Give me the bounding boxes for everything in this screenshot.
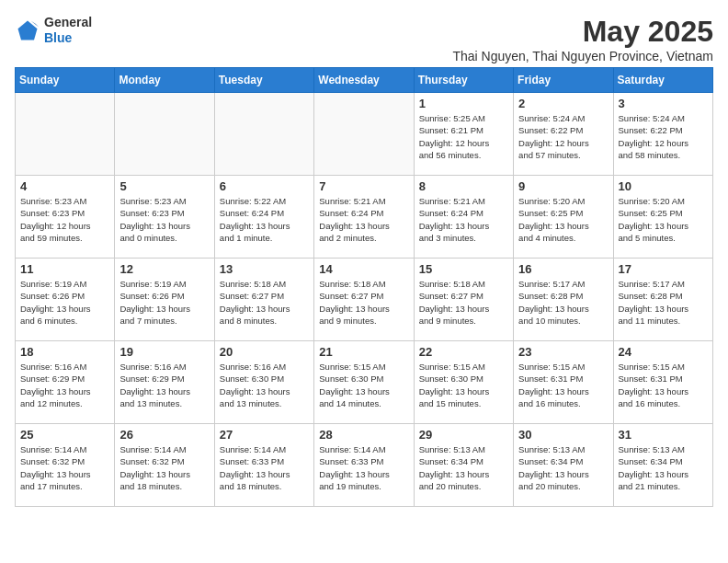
- day-info: Sunrise: 5:16 AM Sunset: 6:29 PM Dayligh…: [119, 361, 209, 409]
- calendar-table: SundayMondayTuesdayWednesdayThursdayFrid…: [15, 67, 713, 507]
- day-number: 27: [220, 428, 309, 442]
- weekday-header-thursday: Thursday: [414, 68, 513, 93]
- day-info: Sunrise: 5:24 AM Sunset: 6:22 PM Dayligh…: [518, 112, 608, 161]
- calendar-cell: 16Sunrise: 5:17 AM Sunset: 6:28 PM Dayli…: [514, 259, 613, 341]
- day-number: 31: [619, 428, 708, 442]
- calendar-cell: 8Sunrise: 5:21 AM Sunset: 6:24 PM Daylig…: [414, 176, 513, 259]
- day-info: Sunrise: 5:14 AM Sunset: 6:32 PM Dayligh…: [119, 443, 209, 492]
- day-number: 24: [619, 345, 708, 359]
- day-info: Sunrise: 5:23 AM Sunset: 6:23 PM Dayligh…: [119, 195, 209, 244]
- weekday-header-tuesday: Tuesday: [214, 68, 313, 93]
- week-row-2: 4Sunrise: 5:23 AM Sunset: 6:23 PM Daylig…: [16, 176, 713, 259]
- week-row-3: 11Sunrise: 5:19 AM Sunset: 6:26 PM Dayli…: [16, 259, 713, 341]
- day-number: 2: [518, 97, 608, 110]
- day-number: 4: [20, 179, 109, 193]
- calendar-cell: 6Sunrise: 5:22 AM Sunset: 6:24 PM Daylig…: [214, 176, 313, 259]
- day-info: Sunrise: 5:14 AM Sunset: 6:33 PM Dayligh…: [319, 443, 408, 492]
- calendar-cell: 21Sunrise: 5:15 AM Sunset: 6:30 PM Dayli…: [314, 341, 414, 424]
- day-info: Sunrise: 5:16 AM Sunset: 6:29 PM Dayligh…: [20, 361, 109, 409]
- calendar-cell: [314, 93, 414, 176]
- day-info: Sunrise: 5:15 AM Sunset: 6:30 PM Dayligh…: [419, 361, 508, 409]
- calendar-cell: 28Sunrise: 5:14 AM Sunset: 6:33 PM Dayli…: [314, 424, 414, 507]
- calendar-cell: 24Sunrise: 5:15 AM Sunset: 6:31 PM Dayli…: [613, 341, 712, 424]
- calendar-cell: 31Sunrise: 5:13 AM Sunset: 6:34 PM Dayli…: [613, 424, 712, 507]
- day-number: 18: [20, 345, 109, 359]
- day-info: Sunrise: 5:14 AM Sunset: 6:32 PM Dayligh…: [20, 443, 109, 492]
- day-info: Sunrise: 5:15 AM Sunset: 6:30 PM Dayligh…: [319, 361, 408, 409]
- day-number: 20: [220, 345, 309, 359]
- calendar-cell: 23Sunrise: 5:15 AM Sunset: 6:31 PM Dayli…: [514, 341, 613, 424]
- day-info: Sunrise: 5:21 AM Sunset: 6:24 PM Dayligh…: [319, 195, 408, 244]
- calendar-cell: [214, 93, 313, 176]
- calendar-cell: 13Sunrise: 5:18 AM Sunset: 6:27 PM Dayli…: [214, 259, 313, 341]
- day-number: 14: [319, 262, 408, 276]
- week-row-1: 1Sunrise: 5:25 AM Sunset: 6:21 PM Daylig…: [16, 93, 713, 176]
- calendar-cell: 20Sunrise: 5:16 AM Sunset: 6:30 PM Dayli…: [214, 341, 313, 424]
- calendar-cell: 10Sunrise: 5:20 AM Sunset: 6:25 PM Dayli…: [613, 176, 712, 259]
- logo-blue: Blue: [44, 30, 92, 46]
- calendar-cell: 1Sunrise: 5:25 AM Sunset: 6:21 PM Daylig…: [414, 93, 513, 176]
- day-info: Sunrise: 5:16 AM Sunset: 6:30 PM Dayligh…: [220, 361, 309, 409]
- week-row-4: 18Sunrise: 5:16 AM Sunset: 6:29 PM Dayli…: [16, 341, 713, 424]
- month-title: May 2025: [452, 15, 713, 49]
- calendar-cell: 4Sunrise: 5:23 AM Sunset: 6:23 PM Daylig…: [16, 176, 115, 259]
- week-row-5: 25Sunrise: 5:14 AM Sunset: 6:32 PM Dayli…: [16, 424, 713, 507]
- day-info: Sunrise: 5:20 AM Sunset: 6:25 PM Dayligh…: [619, 195, 708, 244]
- day-info: Sunrise: 5:17 AM Sunset: 6:28 PM Dayligh…: [518, 278, 608, 327]
- day-info: Sunrise: 5:19 AM Sunset: 6:26 PM Dayligh…: [20, 278, 109, 327]
- weekday-header-monday: Monday: [115, 68, 214, 93]
- svg-marker-0: [18, 20, 38, 40]
- calendar-cell: 30Sunrise: 5:13 AM Sunset: 6:34 PM Dayli…: [514, 424, 613, 507]
- day-number: 15: [419, 262, 508, 276]
- calendar-cell: 11Sunrise: 5:19 AM Sunset: 6:26 PM Dayli…: [16, 259, 115, 341]
- location-subtitle: Thai Nguyen, Thai Nguyen Province, Vietn…: [452, 49, 713, 63]
- calendar-cell: 7Sunrise: 5:21 AM Sunset: 6:24 PM Daylig…: [314, 176, 414, 259]
- logo: General Blue: [15, 15, 92, 46]
- day-info: Sunrise: 5:18 AM Sunset: 6:27 PM Dayligh…: [419, 278, 508, 327]
- weekday-header-friday: Friday: [514, 68, 613, 93]
- calendar-cell: 22Sunrise: 5:15 AM Sunset: 6:30 PM Dayli…: [414, 341, 513, 424]
- day-info: Sunrise: 5:23 AM Sunset: 6:23 PM Dayligh…: [20, 195, 109, 244]
- day-info: Sunrise: 5:19 AM Sunset: 6:26 PM Dayligh…: [119, 278, 209, 327]
- calendar-cell: 29Sunrise: 5:13 AM Sunset: 6:34 PM Dayli…: [414, 424, 513, 507]
- day-number: 28: [319, 428, 408, 442]
- calendar-cell: 17Sunrise: 5:17 AM Sunset: 6:28 PM Dayli…: [613, 259, 712, 341]
- calendar-cell: 9Sunrise: 5:20 AM Sunset: 6:25 PM Daylig…: [514, 176, 613, 259]
- day-info: Sunrise: 5:25 AM Sunset: 6:21 PM Dayligh…: [419, 112, 508, 161]
- day-info: Sunrise: 5:22 AM Sunset: 6:24 PM Dayligh…: [220, 195, 309, 244]
- day-number: 13: [220, 262, 309, 276]
- day-number: 17: [619, 262, 708, 276]
- day-info: Sunrise: 5:20 AM Sunset: 6:25 PM Dayligh…: [518, 195, 608, 244]
- calendar-cell: 12Sunrise: 5:19 AM Sunset: 6:26 PM Dayli…: [115, 259, 214, 341]
- day-number: 11: [20, 262, 109, 276]
- day-number: 12: [119, 262, 209, 276]
- calendar-cell: 3Sunrise: 5:24 AM Sunset: 6:22 PM Daylig…: [613, 93, 712, 176]
- day-info: Sunrise: 5:14 AM Sunset: 6:33 PM Dayligh…: [220, 443, 309, 492]
- calendar-cell: 19Sunrise: 5:16 AM Sunset: 6:29 PM Dayli…: [115, 341, 214, 424]
- day-info: Sunrise: 5:15 AM Sunset: 6:31 PM Dayligh…: [619, 361, 708, 409]
- weekday-header-wednesday: Wednesday: [314, 68, 414, 93]
- day-number: 5: [119, 179, 209, 193]
- calendar-cell: [115, 93, 214, 176]
- page-header: General Blue May 2025 Thai Nguyen, Thai …: [15, 15, 713, 63]
- day-number: 30: [518, 428, 608, 442]
- day-info: Sunrise: 5:13 AM Sunset: 6:34 PM Dayligh…: [419, 443, 508, 492]
- day-info: Sunrise: 5:13 AM Sunset: 6:34 PM Dayligh…: [518, 443, 608, 492]
- logo-general: General: [44, 15, 92, 30]
- calendar-cell: 15Sunrise: 5:18 AM Sunset: 6:27 PM Dayli…: [414, 259, 513, 341]
- day-number: 29: [419, 428, 508, 442]
- day-number: 6: [220, 179, 309, 193]
- day-info: Sunrise: 5:17 AM Sunset: 6:28 PM Dayligh…: [619, 278, 708, 327]
- day-number: 26: [119, 428, 209, 442]
- calendar-cell: 14Sunrise: 5:18 AM Sunset: 6:27 PM Dayli…: [314, 259, 414, 341]
- day-number: 7: [319, 179, 408, 193]
- day-info: Sunrise: 5:24 AM Sunset: 6:22 PM Dayligh…: [619, 112, 708, 161]
- day-number: 23: [518, 345, 608, 359]
- day-number: 10: [619, 179, 708, 193]
- day-number: 8: [419, 179, 508, 193]
- weekday-header-sunday: Sunday: [16, 68, 115, 93]
- day-number: 25: [20, 428, 109, 442]
- calendar-cell: 5Sunrise: 5:23 AM Sunset: 6:23 PM Daylig…: [115, 176, 214, 259]
- day-number: 19: [119, 345, 209, 359]
- day-info: Sunrise: 5:18 AM Sunset: 6:27 PM Dayligh…: [319, 278, 408, 327]
